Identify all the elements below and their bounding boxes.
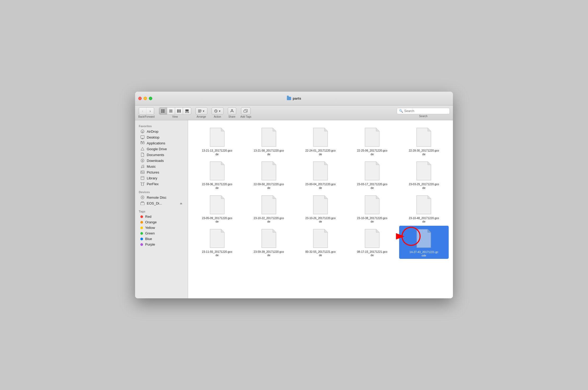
file-item[interactable]: 22-24-01_20171220.gcode — [296, 125, 345, 157]
file-name: 23-11-55_20171220.gcode — [201, 250, 233, 257]
file-item[interactable]: 23-10-22_20171220.gcode — [244, 192, 293, 225]
svg-point-21 — [142, 132, 143, 133]
file-item-wrapper: 13-21-13_20171220.gcode — [192, 125, 242, 157]
gallery-view-button[interactable] — [183, 108, 191, 114]
add-tags-label: Add Tags — [240, 115, 252, 118]
sidebar-item-music[interactable]: Music — [136, 163, 187, 169]
sidebar-item-tag-purple[interactable]: Purple — [136, 242, 187, 247]
sidebar-item-downloads[interactable]: Downloads — [136, 158, 187, 163]
back-button[interactable]: ‹ — [139, 108, 146, 114]
sidebar-item-remote-disc[interactable]: Remote Disc — [136, 194, 187, 200]
file-item-wrapper: 14-27-43_20171221.gcode — [399, 226, 449, 259]
file-name: 22-25-06_20171220.gcode — [356, 149, 388, 156]
file-item-wrapper: 13-21-58_20171220.gcode — [244, 125, 293, 157]
icon-view-button[interactable] — [159, 108, 167, 114]
sidebar-label-google-drive: Google Drive — [147, 147, 167, 151]
sidebar-item-airdrop[interactable]: AirDrop — [136, 128, 187, 134]
file-item[interactable]: 23-03-17_20171220.gcode — [348, 158, 397, 191]
file-item[interactable]: 23-00-04_20171220.gcode — [296, 158, 345, 191]
tag-dot-red — [140, 215, 143, 218]
sidebar-item-tag-blue[interactable]: Blue — [136, 236, 187, 242]
sidebar-item-tag-yellow[interactable]: Yellow — [136, 225, 187, 231]
arrange-button[interactable]: ▼ — [195, 107, 207, 115]
file-icon — [363, 127, 381, 148]
minimize-button[interactable] — [144, 97, 147, 100]
svg-rect-16 — [198, 112, 201, 112]
sidebar-item-tag-red[interactable]: Red — [136, 214, 187, 219]
file-item[interactable]: 08-17-15_20171221.gcode — [348, 226, 397, 258]
file-item[interactable]: 13-21-58_20171220.gcode — [244, 125, 293, 157]
share-button[interactable] — [228, 107, 236, 115]
forward-button[interactable]: › — [146, 108, 154, 114]
tag-dot-purple — [140, 243, 143, 246]
file-item-wrapper: 23-10-22_20171220.gcode — [244, 192, 293, 225]
share-item: Share — [228, 107, 236, 118]
search-label: Search — [419, 115, 427, 118]
list-view-button[interactable] — [167, 108, 175, 114]
file-item[interactable]: 23-10-26_20171220.gcode — [296, 192, 345, 225]
sidebar-item-pictures[interactable]: Pictures — [136, 169, 187, 175]
svg-rect-1 — [163, 109, 164, 111]
sidebar-item-perflex[interactable]: PerFlex — [136, 181, 187, 187]
file-item[interactable]: 23-05-09_20171220.gcode — [192, 192, 242, 225]
file-icon — [208, 228, 226, 249]
sidebar-label-perflex: PerFlex — [147, 182, 159, 186]
sidebar-label-downloads: Downloads — [147, 159, 164, 163]
view-label: View — [172, 115, 178, 118]
file-item[interactable]: 23-11-55_20171220.gcode — [192, 226, 242, 258]
file-item[interactable]: 23-59-39_20171220.gcode — [244, 226, 293, 258]
file-item[interactable]: 22-59-36_20171220.gcode — [192, 158, 242, 191]
file-name: 23-10-48_20171220.gcode — [408, 216, 440, 224]
file-name: 23-59-39_20171220.gcode — [253, 250, 285, 257]
file-name: 13-21-13_20171220.gcode — [201, 149, 233, 156]
file-name: 22-59-50_20171220.gcode — [253, 183, 285, 190]
file-icon — [415, 194, 433, 215]
sidebar-item-applications[interactable]: Applications — [136, 140, 187, 146]
file-item[interactable]: 14-27-43_20171221.gcode — [399, 226, 449, 259]
documents-icon — [140, 153, 145, 157]
action-button[interactable]: ▼ — [212, 107, 224, 115]
file-item[interactable]: 13-21-13_20171220.gcode — [192, 125, 242, 157]
file-icon — [363, 194, 381, 215]
file-icon — [208, 160, 226, 181]
file-item[interactable]: 22-59-50_20171220.gcode — [244, 158, 293, 191]
search-box[interactable]: 🔍 — [397, 108, 450, 114]
file-icon — [260, 160, 278, 181]
window-title-text: parts — [293, 96, 301, 100]
file-name: 22-59-36_20171220.gcode — [201, 183, 233, 190]
file-icon — [260, 194, 278, 215]
file-item[interactable]: 00-32-55_20171221.gcode — [296, 226, 345, 258]
file-icon — [260, 228, 278, 249]
file-item[interactable]: 23-10-38_20171220.gcode — [348, 192, 397, 225]
file-item[interactable]: 23-03-29_20171220.gcode — [399, 158, 449, 191]
eject-icon[interactable]: ⏏ — [179, 201, 183, 205]
column-view-button[interactable] — [175, 108, 183, 114]
file-item[interactable]: 22-25-06_20171220.gcode — [348, 125, 397, 157]
svg-rect-12 — [187, 112, 188, 113]
back-forward-group: ‹ › Back/Forward — [138, 107, 155, 118]
tag-dot-green — [140, 232, 143, 235]
sidebar-item-google-drive[interactable]: Google Drive — [136, 146, 187, 152]
close-button[interactable] — [138, 97, 142, 100]
sidebar-item-eos[interactable]: EOS_Di... ⏏ — [136, 200, 187, 206]
search-item: 🔍 Search — [397, 108, 450, 118]
file-item[interactable]: 23-10-48_20171220.gcode — [399, 192, 449, 225]
file-name: 23-03-17_20171220.gcode — [356, 183, 388, 190]
music-icon — [140, 164, 145, 169]
file-icon — [415, 160, 433, 181]
pictures-icon — [140, 170, 145, 174]
file-icon — [208, 194, 226, 215]
sidebar-item-desktop[interactable]: Desktop — [136, 134, 187, 140]
sidebar-item-library[interactable]: Library — [136, 175, 187, 181]
add-tags-button[interactable] — [241, 107, 251, 115]
sidebar-item-documents[interactable]: Documents — [136, 152, 187, 158]
maximize-button[interactable] — [149, 97, 152, 100]
svg-rect-22 — [141, 136, 144, 138]
file-item[interactable]: 22-28-30_20171220.gcode — [399, 125, 449, 157]
sidebar-label-airdrop: AirDrop — [147, 130, 158, 134]
sidebar-item-tag-orange[interactable]: Orange — [136, 219, 187, 225]
arrange-item: ▼ Arrange — [195, 107, 207, 118]
sidebar-item-tag-green[interactable]: Green — [136, 231, 187, 236]
search-input[interactable] — [404, 109, 447, 113]
svg-rect-2 — [161, 111, 163, 113]
